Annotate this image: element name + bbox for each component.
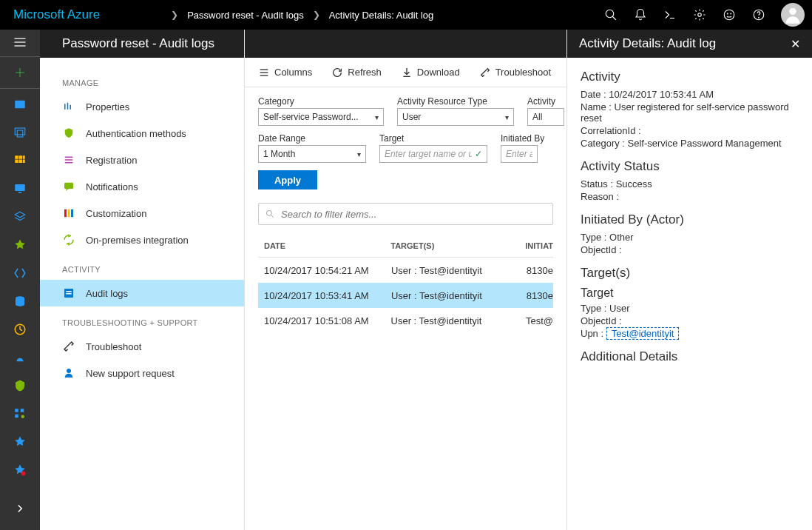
svg-point-5 xyxy=(727,13,728,14)
menu-item-notifications[interactable]: Notifications xyxy=(40,173,244,200)
target-input[interactable]: ✓ xyxy=(379,145,487,163)
smiley-icon[interactable] xyxy=(714,0,744,30)
brand[interactable]: Microsoft Azure xyxy=(0,7,113,22)
svg-rect-40 xyxy=(64,209,67,218)
chat-icon xyxy=(62,180,75,193)
toolbar-label: Columns xyxy=(274,67,312,78)
rail-item-security[interactable] xyxy=(0,372,40,400)
detail-heading-additional: Additional Details xyxy=(581,349,799,364)
bell-icon[interactable] xyxy=(626,0,655,30)
menu-item-properties[interactable]: Properties xyxy=(40,93,244,120)
svg-rect-28 xyxy=(15,409,18,412)
menu-item-registration[interactable]: Registration xyxy=(40,147,244,173)
filter-label: Category xyxy=(258,96,384,107)
search-icon xyxy=(265,209,275,219)
table-row[interactable]: 10/24/2017 10:53:41 AM User : Test@ident… xyxy=(258,283,553,308)
refresh-button[interactable]: Refresh xyxy=(331,67,382,78)
rail-item-storage[interactable] xyxy=(0,203,40,231)
sync-icon xyxy=(62,233,75,246)
rail-item-dashboard[interactable] xyxy=(0,90,40,118)
svg-rect-44 xyxy=(66,291,72,292)
detail-target-object: ObjectId : xyxy=(581,315,799,326)
detail-initiated-object: ObjectId : xyxy=(581,244,799,255)
column-header-targets[interactable]: TARGET(S) xyxy=(390,241,525,250)
chevron-right-icon[interactable] xyxy=(0,494,40,523)
svg-rect-20 xyxy=(23,155,25,159)
columns-button[interactable]: Columns xyxy=(258,67,312,78)
rail-item-cost[interactable] xyxy=(0,400,40,428)
svg-rect-30 xyxy=(15,415,18,418)
hamburger-icon[interactable] xyxy=(0,30,40,55)
svg-rect-15 xyxy=(15,101,25,109)
cloud-shell-icon[interactable] xyxy=(655,0,685,30)
rail-item-advisor[interactable] xyxy=(0,343,40,372)
svg-rect-19 xyxy=(19,155,23,159)
category-select[interactable]: Self-service Password...▾ xyxy=(258,108,384,126)
rail-item-resource-groups[interactable] xyxy=(0,118,40,147)
menu-item-label: Registration xyxy=(86,155,137,166)
properties-icon xyxy=(62,100,75,113)
detail-heading-initiated: Initiated By (Actor) xyxy=(581,212,799,227)
rail-item-functions[interactable] xyxy=(0,259,40,287)
svg-rect-22 xyxy=(19,160,23,164)
breadcrumb-item[interactable]: Activity Details: Audit log xyxy=(329,10,434,21)
menu-item-audit-logs[interactable]: Audit logs xyxy=(40,280,244,306)
troubleshoot-button[interactable]: Troubleshoot xyxy=(479,67,551,78)
breadcrumb-item[interactable]: Password reset - Audit logs xyxy=(187,10,304,21)
cell-target: User : Test@identityit xyxy=(391,315,526,326)
menu-item-label: Notifications xyxy=(86,181,138,192)
date-range-select[interactable]: 1 Month▾ xyxy=(258,145,366,163)
column-header-initiated[interactable]: INITIAT xyxy=(525,241,553,250)
rail-item-all-resources[interactable] xyxy=(0,147,40,175)
download-button[interactable]: Download xyxy=(401,67,460,78)
toolbar: Columns Refresh Download Troubleshoot xyxy=(245,58,566,87)
menu-item-new-support[interactable]: New support request xyxy=(40,360,244,386)
svg-point-53 xyxy=(266,210,271,215)
rail-item-vm[interactable] xyxy=(0,175,40,203)
menu-item-label: Authentication methods xyxy=(86,128,186,139)
avatar[interactable] xyxy=(781,3,805,27)
filter-label: Initiated By xyxy=(501,133,544,144)
menu-blade: Password reset - Audit logs MANAGE Prope… xyxy=(40,30,245,530)
rail-item-more[interactable] xyxy=(0,456,40,484)
detail-heading-activity: Activity xyxy=(581,70,799,84)
rail-item-app-services[interactable] xyxy=(0,231,40,259)
support-icon xyxy=(62,366,75,380)
upn-link[interactable]: Test@identityit xyxy=(606,327,680,340)
svg-rect-16 xyxy=(15,128,25,135)
search-icon[interactable] xyxy=(596,0,626,30)
detail-target-type: Type : User xyxy=(581,303,799,314)
svg-line-52 xyxy=(482,70,486,73)
menu-item-auth-methods[interactable]: Authentication methods xyxy=(40,120,244,147)
activity-select[interactable]: All xyxy=(527,108,564,126)
column-header-date[interactable]: DATE xyxy=(258,241,390,250)
chevron-right-icon: ❯ xyxy=(313,10,320,20)
menu-item-troubleshoot[interactable]: Troubleshoot xyxy=(40,333,244,360)
detail-blade: Activity Details: Audit log ✕ Activity D… xyxy=(566,30,812,530)
search-input[interactable] xyxy=(258,203,553,225)
table-row[interactable]: 10/24/2017 10:54:21 AM User : Test@ident… xyxy=(258,258,553,283)
section-label-manage: MANAGE xyxy=(40,67,244,93)
activity-resource-type-select[interactable]: User▾ xyxy=(397,108,514,126)
gear-icon[interactable] xyxy=(685,0,714,30)
menu-item-customization[interactable]: Customization xyxy=(40,200,244,227)
rail-item-monitor[interactable] xyxy=(0,315,40,343)
rail-item-sql[interactable] xyxy=(0,287,40,315)
menu-item-label: Customization xyxy=(86,208,146,219)
close-icon[interactable]: ✕ xyxy=(791,37,800,51)
svg-point-8 xyxy=(759,17,759,18)
add-icon[interactable] xyxy=(0,58,40,87)
menu-item-onprem[interactable]: On-premises integration xyxy=(40,227,244,253)
list-icon xyxy=(62,153,75,167)
chevron-down-icon: ▾ xyxy=(375,113,379,121)
apply-button[interactable]: Apply xyxy=(258,170,317,189)
svg-point-32 xyxy=(21,472,26,476)
table-row[interactable]: 10/24/2017 10:51:08 AM User : Test@ident… xyxy=(258,308,553,333)
help-icon[interactable] xyxy=(744,0,774,30)
nav-rail xyxy=(0,30,40,530)
rail-item-help[interactable] xyxy=(0,428,40,456)
initiated-by-input[interactable] xyxy=(501,145,538,163)
detail-target-upn: Upn : Test@identityit xyxy=(581,328,799,339)
detail-name: Name : User registered for self-service … xyxy=(581,101,799,124)
toolbar-label: Refresh xyxy=(348,67,382,78)
